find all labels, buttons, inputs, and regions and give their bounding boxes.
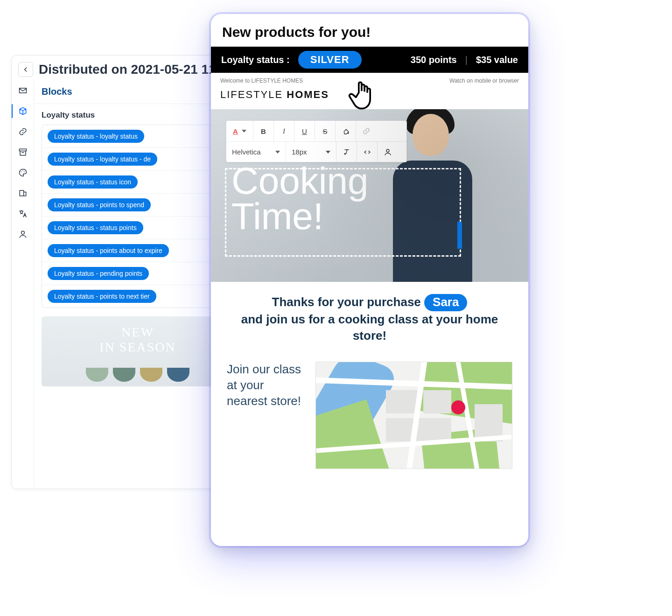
code-button[interactable] [357, 142, 378, 162]
italic-button[interactable]: I [274, 121, 294, 141]
resize-handle[interactable] [457, 222, 462, 249]
block-row: Loyalty status - pending points [42, 262, 233, 285]
block-row: Loyalty status - points about to expire [42, 239, 233, 262]
text-selection-box[interactable] [225, 168, 461, 257]
insert-link-button[interactable] [356, 121, 377, 141]
meta-left: Welcome to LIFESTYLE HOMES [220, 77, 303, 84]
block-pill[interactable]: Loyalty status - status points [48, 221, 143, 234]
block-row: Loyalty status - status points [42, 217, 233, 239]
text-color-icon: A [233, 127, 238, 135]
strike-icon: S [322, 127, 327, 135]
block-pill[interactable]: Loyalty status - status icon [48, 175, 138, 189]
underline-icon: U [302, 127, 307, 135]
loyalty-points: 350 points [411, 55, 457, 65]
loyalty-bar: Loyalty status : SILVER 350 points | $35… [211, 47, 528, 73]
chevron-down-icon [242, 130, 246, 133]
page-title: Distributed on 2021-05-21 11:5 [39, 62, 228, 77]
svg-point-1 [22, 170, 23, 171]
loyalty-label: Loyalty status : [221, 55, 290, 65]
devices-icon[interactable] [18, 188, 28, 198]
archive-icon[interactable] [18, 147, 28, 157]
fill-color-button[interactable] [336, 121, 356, 141]
loyalty-tier-pill[interactable]: SILVER [298, 51, 362, 69]
block-pill[interactable]: Loyalty status - pending points [48, 267, 149, 280]
join-copy: Join our class at your nearest store! [227, 362, 301, 409]
icon-rail [12, 80, 34, 487]
block-row: Loyalty status - points to next tier [42, 285, 233, 308]
divider-icon: | [465, 55, 468, 65]
pointer-hand-icon [346, 76, 383, 112]
clear-format-icon [343, 148, 351, 156]
blocks-section-title: Loyalty status [34, 104, 241, 125]
personalization-token[interactable]: Sara [424, 294, 467, 311]
store-map[interactable] [315, 362, 512, 469]
paint-bucket-icon [342, 127, 350, 135]
person-icon [384, 148, 392, 156]
svg-point-2 [24, 172, 25, 173]
italic-icon: I [283, 127, 285, 135]
text-color-dropdown[interactable]: A [226, 121, 253, 141]
chevron-down-icon [275, 151, 280, 154]
blocks-pane: Blocks Loyalty status Loyalty status - l… [34, 80, 241, 487]
link-icon [362, 127, 371, 135]
font-family-dropdown[interactable]: Helvetica [226, 142, 286, 162]
block-pill[interactable]: Loyalty status - loyalty status [48, 130, 144, 143]
block-row: Loyalty status - loyalty status [42, 125, 233, 148]
mail-icon[interactable] [18, 85, 28, 96]
strike-button[interactable]: S [315, 121, 336, 141]
text-toolbar: A B I U S Helvetica 18px [226, 120, 407, 162]
palette-icon[interactable] [18, 168, 28, 178]
bold-icon: B [261, 127, 266, 135]
meta-right[interactable]: Watch on mobile or browser [449, 77, 519, 84]
translate-icon[interactable] [18, 209, 28, 219]
template-thumbnail[interactable]: NEW IN SEASON [42, 316, 234, 386]
clear-format-button[interactable] [336, 142, 357, 162]
back-button[interactable] [18, 62, 33, 77]
hero-photo-placeholder [379, 109, 510, 282]
block-pill-list: Loyalty status - loyalty status Loyalty … [42, 125, 234, 308]
block-pill[interactable]: Loyalty status - loyalty status - de [48, 153, 157, 166]
lower-row: Join our class at your nearest store! [211, 348, 528, 485]
thumb-line2: IN SEASON [99, 340, 175, 355]
underline-button[interactable]: U [294, 121, 315, 141]
block-row: Loyalty status - points to spend [42, 194, 233, 217]
person-icon[interactable] [18, 229, 28, 239]
thumb-bowls-icon [86, 368, 189, 382]
loyalty-value: $35 value [476, 55, 518, 65]
block-pill[interactable]: Loyalty status - points to spend [48, 198, 151, 211]
svg-point-0 [21, 172, 21, 173]
bold-button[interactable]: B [253, 121, 274, 141]
block-pill[interactable]: Loyalty status - points about to expire [48, 244, 169, 257]
chevron-left-icon [22, 66, 29, 73]
block-row: Loyalty status - loyalty status - de [42, 148, 233, 171]
link-icon[interactable] [18, 126, 28, 137]
code-icon [363, 148, 371, 156]
hero-block[interactable]: A B I U S Helvetica 18px [211, 109, 528, 282]
blocks-heading: Blocks [34, 80, 241, 104]
email-subject: New products for you! [211, 14, 528, 47]
font-size-dropdown[interactable]: 18px [286, 142, 336, 162]
thumb-line1: NEW [121, 325, 154, 340]
block-row: Loyalty status - status icon [42, 171, 233, 194]
block-pill[interactable]: Loyalty status - points to next tier [48, 290, 156, 303]
chevron-down-icon [326, 151, 330, 154]
cube-icon[interactable] [18, 106, 28, 116]
person-token-button[interactable] [378, 142, 398, 162]
thanks-copy: Thanks for your purchase Sara and join u… [211, 282, 528, 348]
hero-headline[interactable]: Cooking Time! [231, 163, 369, 234]
